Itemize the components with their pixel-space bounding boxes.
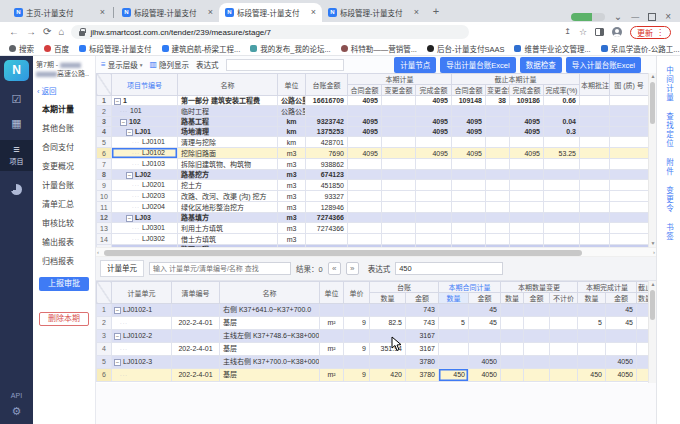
value-cell[interactable] bbox=[610, 106, 649, 117]
item-code-cell[interactable]: ···LJ0201 bbox=[112, 180, 178, 191]
tab-close-icon[interactable]: × bbox=[208, 8, 213, 17]
dashboard-icon[interactable]: ▦ bbox=[11, 118, 21, 129]
value-cell[interactable]: 4095 bbox=[416, 148, 452, 159]
value-cell[interactable] bbox=[580, 96, 610, 106]
finder-expression-input[interactable] bbox=[395, 262, 503, 275]
value-cell[interactable] bbox=[524, 317, 550, 330]
toolbar-button[interactable]: 导入计量台账Excel bbox=[566, 57, 641, 73]
unit-cell[interactable]: m3 bbox=[278, 213, 306, 223]
unit-cell[interactable]: m3 bbox=[278, 148, 306, 159]
value-cell[interactable]: 450 bbox=[439, 369, 469, 382]
value-cell[interactable] bbox=[348, 170, 382, 180]
value-cell[interactable] bbox=[452, 170, 486, 180]
value-cell[interactable]: 4095 bbox=[348, 148, 382, 159]
value-cell[interactable]: 53.25 bbox=[544, 148, 580, 159]
value-cell[interactable]: 1375253 bbox=[306, 127, 348, 137]
value-cell[interactable] bbox=[382, 96, 416, 106]
value-cell[interactable] bbox=[382, 234, 416, 245]
value-cell[interactable] bbox=[578, 330, 606, 343]
value-cell[interactable] bbox=[580, 234, 610, 245]
tab-close-icon[interactable]: × bbox=[414, 8, 419, 17]
name-cell[interactable]: 路基填方 bbox=[178, 213, 278, 223]
value-cell[interactable] bbox=[452, 234, 486, 245]
value-cell[interactable]: 450 bbox=[578, 369, 606, 382]
unit-cell[interactable]: m² bbox=[320, 369, 344, 382]
address-bar[interactable]: jlhw.smartcost.com.cn/tender/239/measure… bbox=[71, 25, 469, 39]
value-cell[interactable]: 4095 bbox=[452, 148, 486, 159]
value-cell[interactable] bbox=[382, 213, 416, 223]
item-code-cell[interactable]: −102 bbox=[112, 117, 178, 127]
value-cell[interactable] bbox=[510, 191, 544, 202]
collapse-icon[interactable]: − bbox=[114, 333, 121, 340]
display-level-dropdown[interactable]: ≡ 显示层级 ▾ bbox=[101, 59, 142, 70]
value-cell[interactable] bbox=[382, 202, 416, 213]
name-cell[interactable]: 主线右侧 K37+700.0~K38+000.0 bbox=[220, 356, 320, 369]
hscroll-thumb[interactable] bbox=[104, 250, 582, 256]
item-code-cell[interactable]: ···101 bbox=[112, 106, 178, 117]
value-cell[interactable] bbox=[486, 137, 510, 148]
column-header[interactable]: 计量单元 bbox=[112, 282, 172, 304]
value-cell[interactable] bbox=[344, 304, 370, 317]
value-cell[interactable]: 4095 bbox=[416, 96, 452, 106]
column-subheader[interactable]: 变更金额 bbox=[486, 85, 510, 96]
value-cell[interactable] bbox=[382, 223, 416, 234]
value-cell[interactable] bbox=[524, 369, 550, 382]
toolbar-button[interactable]: 数据检查 bbox=[520, 57, 562, 73]
value-cell[interactable] bbox=[416, 159, 452, 170]
row-number[interactable]: 3 bbox=[97, 330, 112, 343]
name-cell[interactable]: 改路、改河、改渠 (沟) 挖方 bbox=[178, 191, 278, 202]
value-cell[interactable] bbox=[344, 330, 370, 343]
name-cell[interactable]: 基层 bbox=[220, 343, 320, 356]
sidebar-item-审核比较[interactable]: 审核比较 bbox=[33, 213, 95, 232]
column-subheader[interactable]: 数量 bbox=[578, 293, 606, 304]
list-code-cell[interactable] bbox=[172, 330, 220, 343]
value-cell[interactable] bbox=[524, 304, 550, 317]
bookmark-item[interactable]: 科特勒——营销管... bbox=[341, 43, 417, 54]
hide-columns-button[interactable]: ▥ 隐列显示 bbox=[149, 59, 189, 70]
value-cell[interactable] bbox=[501, 330, 524, 343]
value-cell[interactable] bbox=[610, 213, 649, 223]
column-header[interactable]: 本期数量变更 bbox=[501, 282, 578, 293]
column-subheader[interactable]: 完成金额 bbox=[510, 85, 544, 96]
bookmark-item[interactable]: 呆瓜学造价-公路工... bbox=[601, 43, 680, 54]
value-cell[interactable] bbox=[580, 137, 610, 148]
profile-avatar[interactable] bbox=[612, 27, 622, 37]
column-subheader[interactable]: 金额 bbox=[606, 293, 637, 304]
value-cell[interactable] bbox=[580, 213, 610, 223]
value-cell[interactable] bbox=[416, 234, 452, 245]
sidebar-item-清单汇总[interactable]: 清单汇总 bbox=[33, 194, 95, 213]
value-cell[interactable]: 4095 bbox=[452, 117, 486, 127]
row-number[interactable]: 4 bbox=[97, 127, 112, 137]
column-header[interactable]: 本期合同计量 bbox=[439, 282, 501, 293]
close-window-icon[interactable]: × bbox=[665, 12, 671, 22]
value-cell[interactable] bbox=[544, 191, 580, 202]
tab-close-icon[interactable]: × bbox=[311, 8, 316, 17]
value-cell[interactable] bbox=[416, 213, 452, 223]
app-logo[interactable]: N bbox=[4, 60, 29, 81]
name-cell[interactable]: 挖除旧路面 bbox=[178, 148, 278, 159]
unit-cell[interactable]: km bbox=[278, 127, 306, 137]
value-cell[interactable] bbox=[580, 127, 610, 137]
value-cell[interactable] bbox=[348, 234, 382, 245]
nav-project-section[interactable]: ≡ 项目 bbox=[0, 140, 33, 171]
value-cell[interactable]: 9 bbox=[344, 343, 370, 356]
value-cell[interactable] bbox=[550, 356, 578, 369]
value-cell[interactable]: 4095 bbox=[348, 127, 382, 137]
unit-cell[interactable] bbox=[320, 356, 344, 369]
submit-approval-button[interactable]: 上报审批 bbox=[39, 277, 89, 291]
value-cell[interactable] bbox=[486, 223, 510, 234]
item-code-cell[interactable]: −LJ03 bbox=[112, 213, 178, 223]
right-rail-item[interactable]: 附件 bbox=[664, 158, 674, 176]
value-cell[interactable]: 109186 bbox=[510, 96, 544, 106]
row-number[interactable]: 3 bbox=[97, 117, 112, 127]
list-code-cell[interactable]: 202-2-4-01 bbox=[172, 369, 220, 382]
value-cell[interactable] bbox=[510, 170, 544, 180]
value-cell[interactable] bbox=[382, 191, 416, 202]
value-cell[interactable] bbox=[348, 223, 382, 234]
value-cell[interactable] bbox=[416, 180, 452, 191]
value-cell[interactable]: 4050 bbox=[469, 356, 501, 369]
item-code-cell[interactable]: −LJ0102-1 bbox=[112, 304, 172, 317]
value-cell[interactable] bbox=[610, 137, 649, 148]
row-number[interactable]: 6 bbox=[97, 148, 112, 159]
expression-input[interactable] bbox=[226, 59, 344, 71]
